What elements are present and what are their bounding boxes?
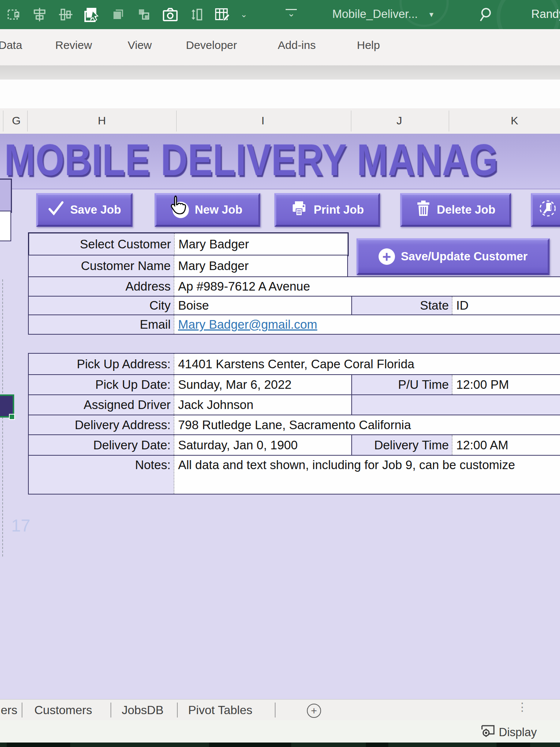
display-settings-icon	[481, 725, 495, 740]
state-value[interactable]: ID	[452, 297, 560, 314]
select-customer-value[interactable]: Mary Badger	[174, 233, 348, 255]
excel-window: ⌄ ⌄ Mobile_Deliver... ▾ Randy Data Revie…	[0, 0, 560, 747]
pickup-date-value[interactable]: Sunday, Mar 6, 2022	[174, 375, 351, 394]
ribbon-collapsed-strip	[0, 65, 560, 80]
pickup-address-value[interactable]: 41401 Karstens Center, Cape Coral Florid…	[174, 354, 560, 374]
title-dropdown-caret-icon[interactable]: ▾	[429, 10, 433, 19]
delivery-time-value[interactable]: 12:00 AM	[452, 435, 560, 455]
column-header-h[interactable]: H	[98, 114, 106, 127]
delivery-address-value[interactable]: 798 Rutledge Lane, Sacramento California	[174, 415, 560, 434]
page-break-line	[2, 279, 3, 557]
customer-name-label: Customer Name	[29, 255, 174, 276]
send-backward-icon[interactable]	[136, 6, 152, 23]
delivery-date-value[interactable]: Saturday, Jan 0, 1900	[174, 435, 351, 455]
form-row-notes: Notes: All data and text shown, includin…	[28, 455, 560, 495]
user-account-name[interactable]: Randy	[531, 7, 560, 21]
form-row-address: Address Ap #989-7612 A Avenue	[28, 276, 560, 297]
address-label: Address	[29, 277, 174, 296]
align-middle-icon[interactable]	[57, 6, 74, 23]
sync-job-button-partial[interactable]: S	[531, 193, 560, 227]
form-row-assigned-driver: Assigned Driver Jack Johnson	[28, 394, 560, 415]
save-job-label: Save Job	[70, 203, 121, 217]
tab-help[interactable]: Help	[357, 39, 380, 52]
chevron-down-icon[interactable]: ⌄	[240, 10, 247, 19]
pickup-date-label: Pick Up Date:	[29, 375, 174, 394]
column-header-i[interactable]: I	[261, 114, 264, 127]
new-job-label: New Job	[195, 203, 242, 217]
form-row-email: Email Mary Badger@gmail.com	[28, 314, 560, 335]
row-height-icon[interactable]	[188, 6, 205, 23]
snap-to-grid-icon[interactable]	[5, 6, 22, 23]
tab-overflow-dots[interactable]: ⋮	[517, 700, 528, 713]
print-job-button[interactable]: Print Job	[274, 193, 380, 227]
search-icon[interactable]	[479, 6, 496, 25]
form-row-select-customer: Select Customer Mary Badger	[28, 232, 349, 256]
delete-job-button[interactable]: Delete Job	[400, 193, 511, 227]
page-number-watermark: 17	[11, 515, 30, 536]
pu-time-label: P/U Time	[351, 375, 452, 394]
tab-view[interactable]: View	[128, 39, 152, 52]
form-row-pickup-address: Pick Up Address: 41401 Karstens Center, …	[28, 353, 560, 375]
assigned-driver-label: Assigned Driver	[29, 395, 174, 415]
ribbon-display-options-icon[interactable]: ⌄	[286, 9, 297, 16]
select-customer-label: Select Customer	[29, 233, 174, 255]
workbook-title[interactable]: Mobile_Deliver...	[332, 7, 418, 21]
mouse-cursor-hand	[167, 195, 190, 221]
column-header-j[interactable]: J	[396, 114, 402, 127]
delivery-address-label: Delivery Address:	[29, 415, 174, 434]
delete-job-label: Delete Job	[437, 203, 495, 217]
align-center-icon[interactable]	[31, 6, 48, 23]
add-sheet-button[interactable]: +	[307, 704, 321, 718]
tab-data[interactable]: Data	[0, 39, 22, 52]
city-label: City	[29, 297, 174, 314]
city-value[interactable]: Boise	[174, 297, 351, 314]
formula-bar-area[interactable]	[0, 80, 560, 109]
tab-addins[interactable]: Add-ins	[278, 39, 316, 52]
ribbon-tab-row: Data Review View Developer Add-ins Help	[0, 29, 560, 65]
tab-developer[interactable]: Developer	[186, 39, 237, 52]
form-row-delivery-address: Delivery Address: 798 Rutledge Lane, Sac…	[28, 415, 560, 435]
email-label: Email	[29, 315, 174, 334]
format-table-icon[interactable]	[214, 6, 231, 23]
column-header-k[interactable]: K	[511, 114, 518, 127]
form-row-delivery-date: Delivery Date: Saturday, Jan 0, 1900 Del…	[28, 434, 560, 456]
app-title: MOBILE DELIVERY MANAG	[4, 134, 498, 185]
left-edge-cell	[0, 179, 12, 213]
pickup-address-label: Pick Up Address:	[29, 354, 174, 374]
select-objects-icon[interactable]	[84, 6, 100, 23]
check-icon	[48, 201, 64, 219]
sheet-tab-partial[interactable]: ers	[1, 700, 17, 720]
delivery-date-label: Delivery Date:	[29, 435, 174, 455]
camera-icon[interactable]	[162, 6, 178, 23]
save-job-button[interactable]: Save Job	[36, 193, 133, 227]
email-link[interactable]: Mary Badger@gmail.com	[178, 317, 317, 332]
address-value[interactable]: Ap #989-7612 A Avenue	[174, 277, 560, 296]
display-settings-button[interactable]: Display	[481, 725, 537, 740]
form-row-city-state: City Boise State ID	[28, 296, 560, 315]
save-update-customer-label: Save/Update Customer	[401, 250, 528, 263]
empty-cell	[351, 395, 560, 415]
assigned-driver-value[interactable]: Jack Johnson	[174, 395, 351, 415]
tab-review[interactable]: Review	[55, 39, 92, 52]
pu-time-value[interactable]: 12:00 PM	[452, 375, 560, 394]
notes-value[interactable]: All data and text shown, including for J…	[174, 456, 560, 494]
sheet-tab-customers[interactable]: Customers	[34, 700, 92, 720]
notes-label: Notes:	[29, 456, 174, 494]
save-update-customer-button[interactable]: + Save/Update Customer	[357, 238, 550, 275]
print-job-label: Print Job	[314, 203, 364, 217]
column-header-row: G H I J K	[0, 108, 560, 134]
sheet-tab-jobsdb[interactable]: JobsDB	[122, 700, 164, 720]
mobile-sync-icon	[538, 199, 557, 221]
bring-forward-icon[interactable]	[110, 6, 126, 23]
title-bar: ⌄ ⌄ Mobile_Deliver... ▾ Randy	[0, 0, 560, 29]
banner: MOBILE DELIVERY MANAG	[0, 134, 560, 189]
sheet-tab-pivot-tables[interactable]: Pivot Tables	[188, 700, 252, 720]
form-row-customer-name: Customer Name Mary Badger	[28, 255, 348, 277]
status-bar: Display	[0, 720, 560, 743]
delivery-time-label: Delivery Time	[351, 435, 452, 455]
customer-name-value[interactable]: Mary Badger	[174, 255, 347, 276]
column-header-g[interactable]: G	[12, 114, 21, 127]
form-row-pickup-date: Pick Up Date: Sunday, Mar 6, 2022 P/U Ti…	[28, 374, 560, 395]
quick-access-toolbar: ⌄	[5, 3, 247, 26]
fill-handle[interactable]	[9, 414, 15, 420]
